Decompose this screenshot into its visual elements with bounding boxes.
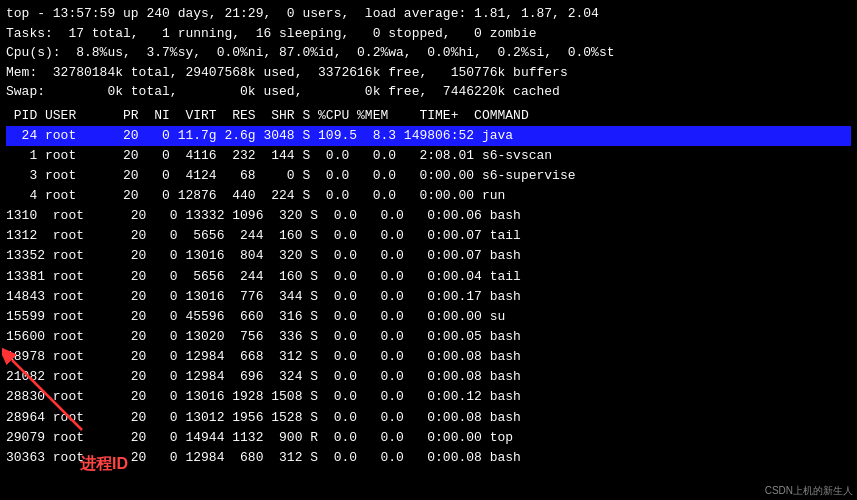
table-row: 4 root 20 0 12876 440 224 S 0.0 0.0 0:00… xyxy=(6,186,851,206)
header-line-5: Swap: 0k total, 0k used, 0k free, 744622… xyxy=(6,82,851,102)
table-header: PID USER PR NI VIRT RES SHR S %CPU %MEM … xyxy=(6,106,851,126)
table-row: 3 root 20 0 4124 68 0 S 0.0 0.0 0:00.00 … xyxy=(6,166,851,186)
table-row: 13352 root 20 0 13016 804 320 S 0.0 0.0 … xyxy=(6,246,851,266)
table-row: 15600 root 20 0 13020 756 336 S 0.0 0.0 … xyxy=(6,327,851,347)
table-row: 14843 root 20 0 13016 776 344 S 0.0 0.0 … xyxy=(6,287,851,307)
table-row: 15599 root 20 0 45596 660 316 S 0.0 0.0 … xyxy=(6,307,851,327)
table-row: 1310 root 20 0 13332 1096 320 S 0.0 0.0 … xyxy=(6,206,851,226)
annotation-label: 进程ID xyxy=(80,454,128,475)
watermark: CSDN上机的新生人 xyxy=(765,484,853,498)
table-row: 21082 root 20 0 12984 696 324 S 0.0 0.0 … xyxy=(6,367,851,387)
header-line-3: Cpu(s): 8.8%us, 3.7%sy, 0.0%ni, 87.0%id,… xyxy=(6,43,851,63)
table-row: 1312 root 20 0 5656 244 160 S 0.0 0.0 0:… xyxy=(6,226,851,246)
table-row: 28830 root 20 0 13016 1928 1508 S 0.0 0.… xyxy=(6,387,851,407)
table-row: 18978 root 20 0 12984 668 312 S 0.0 0.0 … xyxy=(6,347,851,367)
header-line-4: Mem: 32780184k total, 29407568k used, 33… xyxy=(6,63,851,83)
svg-line-1 xyxy=(12,360,82,430)
header-line-2: Tasks: 17 total, 1 running, 16 sleeping,… xyxy=(6,24,851,44)
table-row: 30363 root 20 0 12984 680 312 S 0.0 0.0 … xyxy=(6,448,851,468)
header-line-1: top - 13:57:59 up 240 days, 21:29, 0 use… xyxy=(6,4,851,24)
process-table: 24 root 20 0 11.7g 2.6g 3048 S 109.5 8.3… xyxy=(6,126,851,468)
annotation-arrow xyxy=(2,345,122,445)
table-row: 28964 root 20 0 13012 1956 1528 S 0.0 0.… xyxy=(6,408,851,428)
table-row: 24 root 20 0 11.7g 2.6g 3048 S 109.5 8.3… xyxy=(6,126,851,146)
table-row: 1 root 20 0 4116 232 144 S 0.0 0.0 2:08.… xyxy=(6,146,851,166)
table-row: 29079 root 20 0 14944 1132 900 R 0.0 0.0… xyxy=(6,428,851,448)
table-row: 13381 root 20 0 5656 244 160 S 0.0 0.0 0… xyxy=(6,267,851,287)
terminal-window: top - 13:57:59 up 240 days, 21:29, 0 use… xyxy=(0,0,857,500)
